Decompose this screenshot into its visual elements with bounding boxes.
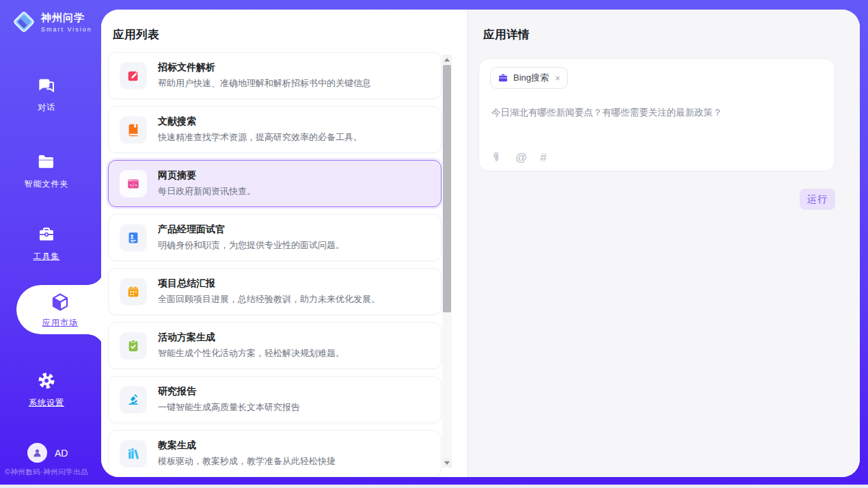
scrollbar[interactable] — [442, 55, 452, 467]
sidebar-item-inner: 智能文件夹 — [0, 152, 93, 190]
app-list-title: 应用列表 — [108, 27, 442, 42]
app-card[interactable]: 招标文件解析 帮助用户快速、准确地理解和解析招标书中的关键信息 — [108, 52, 442, 99]
gear-icon — [36, 370, 57, 391]
tool-chip-bing-search[interactable]: Bing搜索 × — [490, 67, 568, 89]
composer-toolbar: @ # — [490, 151, 824, 163]
app-card-text: 招标文件解析 帮助用户快速、准确地理解和解析招标书中的关键信息 — [158, 62, 371, 90]
book-icon — [120, 116, 147, 144]
app-card[interactable]: 文献搜索 快速精准查找学术资源，提高研究效率的必备工具。 — [108, 106, 442, 153]
clipboard-check-icon — [120, 332, 147, 360]
app-name: 网页摘要 — [158, 170, 256, 182]
sidebar-item-label: 系统设置 — [29, 398, 64, 407]
sidebar-item-label: 智能文件夹 — [25, 179, 69, 189]
app-detail-title: 应用详情 — [478, 27, 835, 42]
tool-chip-label: Bing搜索 — [513, 72, 549, 84]
copyright-text: ©神州数码·神州问学出品 — [5, 467, 100, 477]
sidebar-item-label: 工具集 — [33, 252, 60, 261]
folder-icon — [36, 152, 57, 172]
arrow-down-icon — [444, 461, 450, 465]
person-icon — [31, 447, 43, 459]
sidebar-item-chat[interactable]: 对话 — [0, 75, 93, 113]
app-card-text: 文献搜索 快速精准查找学术资源，提高研究效率的必备工具。 — [158, 116, 362, 144]
scrollbar-thumb[interactable] — [443, 65, 451, 312]
app-description: 明确身份和职责，为您提供专业性的面试问题。 — [158, 239, 344, 252]
hash-tag-icon[interactable]: # — [540, 152, 546, 163]
app-card-text: 产品经理面试官 明确身份和职责，为您提供专业性的面试问题。 — [158, 223, 344, 252]
brand-subtitle: Smart Vision — [41, 26, 92, 33]
sidebar-item-inner: 系统设置 — [0, 370, 93, 409]
app-card[interactable]: 教案生成 模板驱动，教案秒成，教学准备从此轻松快捷 — [108, 430, 442, 477]
app-card-text: 研究报告 一键智能生成高质量长文本研究报告 — [158, 385, 300, 414]
sidebar-item-inner: 工具集 — [0, 224, 93, 262]
app-description: 智能生成个性化活动方案，轻松解决规划难题。 — [158, 347, 344, 360]
app-name: 活动方案生成 — [158, 331, 344, 344]
app-card[interactable]: 研究报告 一键智能生成高质量长文本研究报告 — [108, 376, 442, 423]
run-button[interactable]: 运行 — [800, 189, 835, 210]
chat-icon — [36, 75, 57, 96]
brand-gem-icon — [12, 10, 36, 33]
sidebar-item-folder[interactable]: 智能文件夹 — [0, 152, 93, 190]
chip-close-icon[interactable]: × — [555, 73, 560, 83]
user-avatar — [27, 443, 47, 463]
app-card-text: 教案生成 模板驱动，教案秒成，教学准备从此轻松快捷 — [158, 439, 336, 467]
app-detail-panel: 应用详情 Bing搜索 × 今日湖北有哪些新闻要点？有哪些需要关注的最新政策？ — [468, 10, 860, 477]
app-name: 产品经理面试官 — [158, 223, 344, 236]
browser-code-icon: </> — [120, 170, 147, 198]
app-description: 每日政府新闻资讯快查。 — [158, 185, 256, 198]
app-window: { "brand": { "name": "神州问学", "subtitle":… — [0, 0, 868, 488]
scroll-up-button[interactable] — [442, 55, 452, 64]
app-name: 项目总结汇报 — [158, 277, 380, 290]
arrow-up-icon — [444, 58, 450, 62]
scroll-down-button[interactable] — [442, 458, 452, 467]
app-card-text: 网页摘要 每日政府新闻资讯快查。 — [158, 170, 256, 198]
app-description: 全面回顾项目进展，总结经验教训，助力未来优化发展。 — [158, 293, 380, 306]
microscope-icon — [120, 386, 147, 414]
sidebar-item-label: 对话 — [38, 103, 55, 112]
cube-icon — [49, 291, 71, 313]
app-name: 研究报告 — [158, 385, 300, 398]
prompt-card: Bing搜索 × 今日湖北有哪些新闻要点？有哪些需要关注的最新政策？ @ # — [478, 58, 835, 172]
app-list-panel: 应用列表 招标文件解析 帮助用户快速、准确地理解和解析招标书中的关键信息 文献搜… — [101, 10, 468, 477]
sidebar-item-cube[interactable]: 应用市场 — [16, 285, 104, 334]
attach-paperclip-icon[interactable] — [490, 151, 502, 163]
sidebar: 神州问学 Smart Vision 对话 智能文件夹 工具集 应用市场 系统设置 — [0, 0, 104, 488]
app-description: 快速精准查找学术资源，提高研究效率的必备工具。 — [158, 131, 362, 144]
app-card[interactable]: 活动方案生成 智能生成个性化活动方案，轻松解决规划难题。 — [108, 322, 442, 369]
app-description: 模板驱动，教案秒成，教学准备从此轻松快捷 — [158, 455, 336, 467]
calendar-icon — [120, 278, 147, 306]
app-name: 文献搜索 — [158, 116, 362, 128]
sidebar-item-inner: 应用市场 — [20, 291, 100, 329]
sidebar-item-label: 应用市场 — [42, 318, 78, 327]
content-area: 应用列表 招标文件解析 帮助用户快速、准确地理解和解析招标书中的关键信息 文献搜… — [101, 10, 860, 477]
svg-text:</>: </> — [129, 182, 137, 187]
toolbox-icon — [36, 224, 57, 245]
briefcase-icon — [498, 72, 508, 83]
app-card-text: 项目总结汇报 全面回顾项目进展，总结经验教训，助力未来优化发展。 — [158, 277, 380, 306]
prompt-input[interactable]: 今日湖北有哪些新闻要点？有哪些需要关注的最新政策？ — [491, 106, 822, 135]
brand-logo: 神州问学 Smart Vision — [12, 10, 92, 33]
user-name: AD — [55, 448, 68, 459]
app-description: 一键智能生成高质量长文本研究报告 — [158, 401, 300, 414]
app-list: 招标文件解析 帮助用户快速、准确地理解和解析招标书中的关键信息 文献搜索 快速精… — [108, 52, 442, 477]
sidebar-item-gear[interactable]: 系统设置 — [0, 370, 93, 409]
mention-at-icon[interactable]: @ — [515, 152, 527, 163]
run-row: 运行 — [478, 189, 835, 210]
app-description: 帮助用户快速、准确地理解和解析招标书中的关键信息 — [158, 77, 371, 90]
brand-name: 神州问学 — [41, 12, 92, 25]
app-card[interactable]: 项目总结汇报 全面回顾项目进展，总结经验教训，助力未来优化发展。 — [108, 268, 442, 315]
user-row[interactable]: AD — [27, 443, 68, 463]
sidebar-item-toolbox[interactable]: 工具集 — [0, 224, 93, 262]
books-icon — [120, 440, 147, 467]
bottom-edge-strip — [0, 485, 868, 488]
app-name: 招标文件解析 — [158, 62, 371, 74]
edit-square-icon — [120, 62, 147, 90]
app-card-text: 活动方案生成 智能生成个性化活动方案，轻松解决规划难题。 — [158, 331, 344, 360]
app-name: 教案生成 — [158, 439, 336, 452]
sidebar-item-inner: 对话 — [0, 75, 93, 113]
app-card[interactable]: 产品经理面试官 明确身份和职责，为您提供专业性的面试问题。 — [108, 214, 442, 261]
resume-icon — [120, 224, 147, 252]
app-card[interactable]: </> 网页摘要 每日政府新闻资讯快查。 — [108, 160, 442, 207]
